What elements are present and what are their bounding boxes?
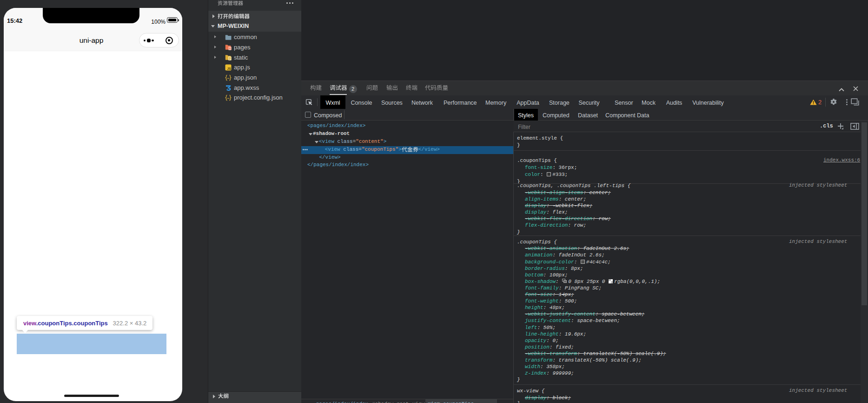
svg-text:JS: JS <box>227 67 232 70</box>
